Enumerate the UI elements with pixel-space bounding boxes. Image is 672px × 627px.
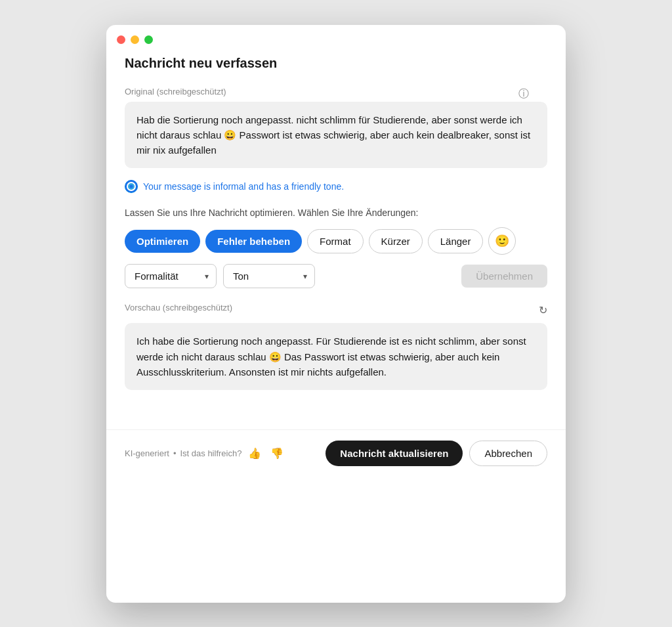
- svg-point-3: [130, 185, 133, 188]
- maximize-button[interactable]: [144, 35, 153, 44]
- ai-notice-text: Your message is informal and has a frien…: [143, 181, 344, 192]
- close-button[interactable]: [117, 35, 125, 44]
- cancel-button[interactable]: Abbrechen: [469, 441, 547, 466]
- original-section: Original (schreibgeschützt) ⓘ Hab die So…: [125, 87, 547, 169]
- refresh-icon[interactable]: ↻: [539, 304, 547, 316]
- footer: KI-generiert • Ist das hilfreich? 👍 👎 Na…: [106, 429, 566, 477]
- content-area: Nachricht neu verfassen Original (schrei…: [106, 51, 566, 425]
- format-button[interactable]: Format: [307, 229, 364, 253]
- laenger-button[interactable]: Länger: [428, 229, 484, 253]
- title-bar: [106, 25, 566, 51]
- update-message-button[interactable]: Nachricht aktualisieren: [326, 441, 463, 466]
- ton-dropdown-wrapper: Ton Freundlich Professionell Neutral ▾: [223, 264, 315, 288]
- page-title: Nachricht neu verfassen: [125, 56, 547, 71]
- ton-dropdown[interactable]: Ton Freundlich Professionell Neutral: [223, 264, 315, 288]
- footer-left: KI-generiert • Ist das hilfreich? 👍 👎: [125, 446, 286, 461]
- uebernehmen-button: Übernehmen: [461, 265, 547, 288]
- emoji-button[interactable]: 🙂: [488, 227, 516, 255]
- ai-notice: Your message is informal and has a frien…: [125, 180, 547, 193]
- formalitaet-dropdown[interactable]: Formalität Formell Informell: [125, 264, 217, 288]
- optimieren-button[interactable]: Optimieren: [125, 230, 200, 253]
- fehler-beheben-button[interactable]: Fehler beheben: [205, 230, 302, 253]
- original-text: Hab die Sortierung noch angepasst. nicht…: [125, 102, 547, 169]
- footer-right: Nachricht aktualisieren Abbrechen: [326, 441, 547, 466]
- main-window: Nachricht neu verfassen Original (schrei…: [106, 25, 566, 603]
- optimize-label: Lassen Sie uns Ihre Nachricht optimieren…: [125, 207, 547, 218]
- footer-dot: •: [173, 448, 177, 458]
- info-icon[interactable]: ⓘ: [518, 87, 529, 101]
- preview-header: Vorschau (schreibgeschützt) ↻: [125, 303, 547, 318]
- thumbs-up-button[interactable]: 👍: [245, 446, 264, 461]
- action-buttons-row: Optimieren Fehler beheben Format Kürzer …: [125, 227, 547, 255]
- preview-section: Vorschau (schreibgeschützt) ↻ Ich habe d…: [125, 303, 547, 390]
- preview-text: Ich habe die Sortierung noch angepasst. …: [125, 323, 547, 390]
- formalitaet-dropdown-wrapper: Formalität Formell Informell ▾: [125, 264, 217, 288]
- ai-generated-label: KI-generiert: [125, 448, 169, 458]
- original-label: Original (schreibgeschützt): [125, 87, 226, 97]
- preview-label: Vorschau (schreibgeschützt): [125, 303, 232, 313]
- ai-logo-icon: [125, 180, 138, 193]
- kuerzer-button[interactable]: Kürzer: [369, 229, 423, 253]
- original-header: Original (schreibgeschützt) ⓘ: [125, 87, 547, 102]
- minimize-button[interactable]: [131, 35, 139, 44]
- thumbs-down-button[interactable]: 👎: [268, 446, 286, 461]
- helpful-label: Ist das hilfreich?: [180, 448, 242, 458]
- dropdowns-row: Formalität Formell Informell ▾ Ton Freun…: [125, 264, 547, 288]
